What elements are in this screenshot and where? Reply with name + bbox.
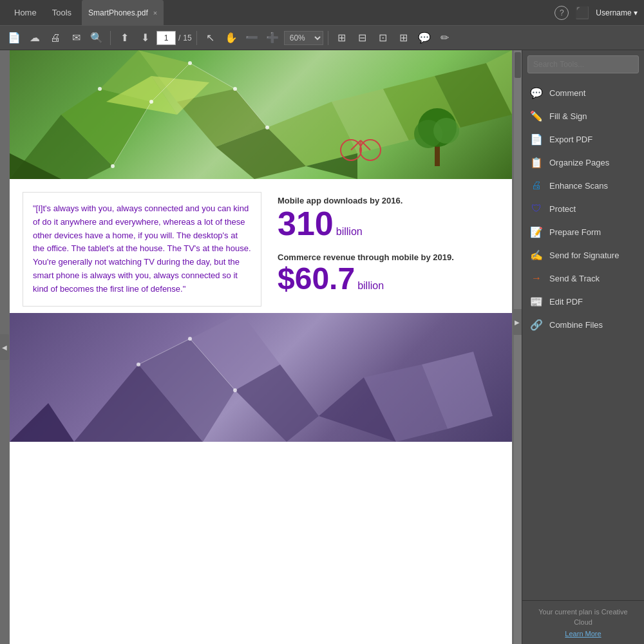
- comment-label: Comment: [549, 88, 585, 98]
- stat1-unit: billion: [336, 226, 363, 237]
- toolbar-separator-2: [196, 31, 197, 45]
- fit-page-button[interactable]: ⊞: [333, 29, 351, 47]
- scrollbar-thumb[interactable]: [515, 52, 521, 78]
- tools-list: 💬 Comment ✏️ Fill & Sign 📄 Export PDF 📋 …: [522, 79, 644, 600]
- send-track-label: Send & Track: [549, 274, 600, 283]
- prepare-form-icon: 📝: [530, 225, 543, 238]
- email-button[interactable]: ✉: [67, 29, 85, 47]
- pdf-area: ◀: [0, 50, 522, 644]
- menu-home[interactable]: Home: [6, 0, 44, 25]
- plan-text: Your current plan is Creative Cloud: [529, 607, 638, 627]
- zoom-out-button[interactable]: ➖: [243, 29, 261, 47]
- prepare-form-label: Prepare Form: [549, 227, 601, 237]
- protect-label: Protect: [549, 204, 576, 214]
- export-pdf-icon: 📄: [530, 133, 543, 146]
- tool-item-send-signature[interactable]: ✍ Send for Signature: [522, 243, 644, 267]
- tool-item-organize-pages[interactable]: 📋 Organize Pages: [522, 151, 644, 174]
- learn-more-link[interactable]: Learn More: [529, 630, 638, 638]
- pdf-content: "[I]t's always with you, always connecte…: [10, 179, 512, 307]
- pdf-scroll[interactable]: "[I]t's always with you, always connecte…: [0, 50, 522, 644]
- print-button[interactable]: 🖨: [46, 29, 64, 47]
- stat1-number: 310: [278, 205, 334, 242]
- fill-sign-label: Fill & Sign: [549, 111, 587, 121]
- menu-bar: Home Tools SmartPhones.pdf × ? ⬛ Usernam…: [0, 0, 644, 26]
- fit-width-button[interactable]: ⊟: [354, 29, 372, 47]
- toolbar: 📄 ☁ 🖨 ✉ 🔍 ⬆ ⬇ / 15 ↖ ✋ ➖ ➕ 60% 75% 100% …: [0, 26, 644, 50]
- cursor-tool[interactable]: ↖: [202, 29, 220, 47]
- search-button[interactable]: 🔍: [88, 29, 106, 47]
- vertical-scrollbar[interactable]: [514, 50, 522, 644]
- send-signature-label: Send for Signature: [549, 251, 619, 260]
- upload-button[interactable]: ☁: [26, 29, 44, 47]
- pdf-header-image: [10, 50, 512, 179]
- new-file-button[interactable]: 📄: [5, 29, 23, 47]
- zoom-in-button[interactable]: ➕: [263, 29, 281, 47]
- page-navigation: / 15: [156, 31, 192, 45]
- organize-pages-label: Organize Pages: [549, 158, 609, 167]
- toolbar-separator-1: [110, 31, 111, 45]
- thumbnail-button[interactable]: ⊡: [374, 29, 392, 47]
- comment-icon: 💬: [530, 86, 543, 99]
- send-signature-icon: ✍: [530, 249, 543, 261]
- tool-item-fill-sign[interactable]: ✏️ Fill & Sign: [522, 104, 644, 128]
- rotate-button[interactable]: ⊞: [395, 29, 413, 47]
- right-panel: 💬 Comment ✏️ Fill & Sign 📄 Export PDF 📋 …: [522, 50, 644, 644]
- stat2-number: $60.7: [278, 261, 355, 296]
- document-tab[interactable]: SmartPhones.pdf ×: [82, 0, 164, 25]
- svg-point-17: [98, 87, 102, 91]
- svg-point-33: [433, 118, 459, 144]
- stat2-value: $60.7billion: [278, 263, 496, 294]
- username-button[interactable]: Username ▾: [596, 8, 638, 17]
- pdf-quote-box: "[I]t's always with you, always connecte…: [23, 192, 261, 307]
- stat2-unit: billion: [357, 280, 384, 291]
- hand-tool[interactable]: ✋: [222, 29, 240, 47]
- pdf-stats-box: Mobile app downloads by 2016. 310billion…: [274, 192, 499, 307]
- pdf-page: "[I]t's always with you, always connecte…: [10, 50, 512, 644]
- tool-item-prepare-form[interactable]: 📝 Prepare Form: [522, 220, 644, 243]
- search-tools-input[interactable]: [527, 55, 639, 73]
- tab-label: SmartPhones.pdf: [88, 8, 148, 17]
- protect-icon: 🛡: [530, 202, 543, 215]
- right-panel-toggle[interactable]: ▶: [513, 309, 522, 335]
- combine-files-icon: 🔗: [530, 318, 543, 331]
- main-layout: ◀: [0, 50, 644, 644]
- search-tools-wrap: [522, 50, 644, 79]
- zoom-select[interactable]: 60% 75% 100% 125%: [284, 31, 323, 45]
- plan-info: Your current plan is Creative Cloud Lear…: [522, 600, 644, 644]
- pdf-footer-image: [10, 313, 512, 442]
- export-pdf-label: Export PDF: [549, 135, 592, 144]
- toolbar-separator-3: [328, 31, 328, 45]
- edit-pdf-icon: 📰: [530, 295, 543, 308]
- send-track-icon: →: [530, 272, 543, 285]
- device-icon[interactable]: ⬛: [575, 6, 589, 20]
- fill-sign-icon: ✏️: [530, 109, 543, 122]
- comment-icon-btn[interactable]: 💬: [415, 29, 433, 47]
- menu-tools[interactable]: Tools: [44, 0, 79, 25]
- tool-item-export-pdf[interactable]: 📄 Export PDF: [522, 128, 644, 151]
- edit-pdf-label: Edit PDF: [549, 297, 583, 307]
- tool-item-send-track[interactable]: → Send & Track: [522, 267, 644, 290]
- svg-marker-38: [10, 403, 74, 442]
- pen-tool-btn[interactable]: ✏: [436, 29, 454, 47]
- page-total: 15: [183, 33, 191, 43]
- help-button[interactable]: ?: [554, 6, 569, 20]
- tab-close-button[interactable]: ×: [153, 9, 157, 17]
- menu-right: ? ⬛ Username ▾: [554, 6, 638, 20]
- page-separator: /: [178, 33, 180, 43]
- pdf-quote-text: "[I]t's always with you, always connecte…: [33, 202, 251, 296]
- tool-item-protect[interactable]: 🛡 Protect: [522, 197, 644, 220]
- tool-item-combine-files[interactable]: 🔗 Combine Files: [522, 313, 644, 336]
- stat1-value: 310billion: [278, 207, 496, 240]
- page-down-button[interactable]: ⬇: [136, 29, 154, 47]
- combine-files-label: Combine Files: [549, 320, 603, 330]
- tool-item-enhance-scans[interactable]: 🖨 Enhance Scans: [522, 174, 644, 197]
- page-number-input[interactable]: [156, 31, 176, 45]
- page-up-button[interactable]: ⬆: [115, 29, 133, 47]
- enhance-scans-icon: 🖨: [530, 179, 543, 192]
- left-panel-toggle[interactable]: ◀: [0, 334, 9, 360]
- organize-pages-icon: 📋: [530, 156, 543, 169]
- tool-item-comment[interactable]: 💬 Comment: [522, 81, 644, 104]
- enhance-scans-label: Enhance Scans: [549, 181, 608, 191]
- tool-item-edit-pdf[interactable]: 📰 Edit PDF: [522, 290, 644, 313]
